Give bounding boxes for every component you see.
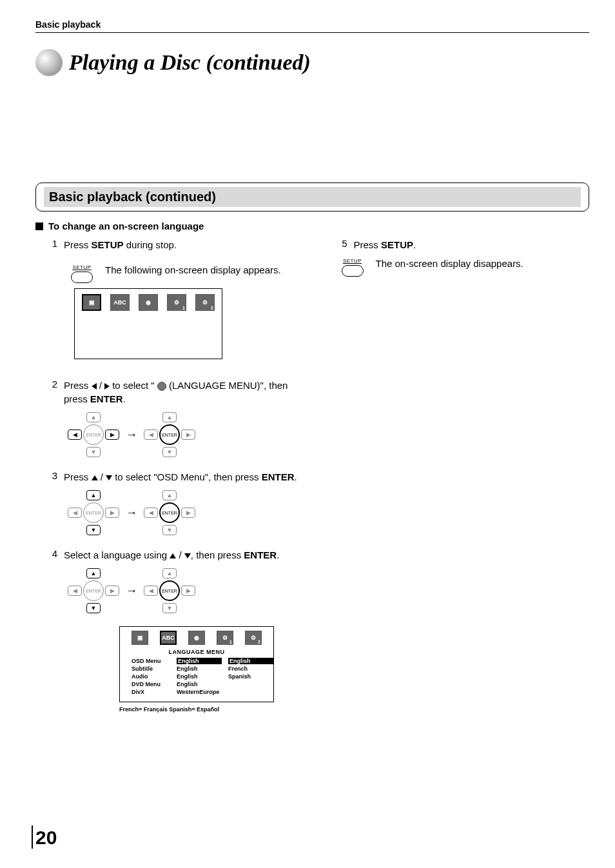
- dpad-graphic-step4: ▲ ▼ ◀ ▶ ENTER → ▲ ▼ ◀ ▶ ENTER: [68, 568, 300, 613]
- text: Press: [64, 471, 92, 482]
- step-number: 1: [48, 238, 57, 258]
- menu-custom2-icon: ⚙2: [195, 294, 215, 311]
- left-arrow-icon: [92, 383, 97, 390]
- section-subheading: To change an on-screen language: [48, 221, 204, 232]
- step-number: 4: [48, 548, 57, 562]
- text: /: [97, 380, 105, 391]
- right-column: 5 Press SETUP. SETUP The on-screen displ…: [326, 238, 590, 713]
- title-bullet-icon: [35, 49, 63, 76]
- step-number: 5: [338, 238, 347, 252]
- lang-row-value: English: [177, 673, 222, 680]
- dpad-up-icon: ▲: [86, 568, 101, 578]
- lang-row-option: Spanish: [228, 673, 273, 680]
- text: to select "OSD Menu", then press: [112, 471, 262, 482]
- step-4-text: Select a language using / , then press E…: [64, 548, 300, 562]
- step-number: 3: [48, 470, 57, 484]
- section-heading-wrap: Basic playback (continued): [35, 182, 589, 212]
- text: , then press: [191, 549, 244, 560]
- dpad-graphic-step2: ▲ ▼ ◀ ▶ ENTER → ▲ ▼ ◀ ▶ ENTER: [68, 412, 300, 457]
- dpad-enter-icon: ENTER: [159, 580, 180, 601]
- dpad-down-icon: ▼: [162, 603, 177, 613]
- lang-row-label: DivX: [132, 689, 170, 695]
- square-bullet-icon: [35, 222, 43, 230]
- oval-button-icon: [71, 271, 93, 283]
- lang-row-value: English: [177, 658, 222, 664]
- dpad-down-icon: ▼: [162, 447, 177, 457]
- sequence-arrow-icon: →: [126, 584, 137, 598]
- text: to select ": [110, 380, 157, 391]
- dpad-right-icon: ▶: [181, 586, 195, 596]
- dpad-right-icon: ▶: [181, 429, 195, 440]
- step-5-result-text: The on-screen display disappears.: [376, 258, 590, 269]
- lang-row-label: DVD Menu: [132, 681, 170, 687]
- menu-tv-icon: ▣: [82, 294, 101, 311]
- dpad-down-icon: ▼: [162, 525, 177, 535]
- dpad-up-icon: ▲: [86, 490, 101, 500]
- menu-language-icon: ABC: [160, 631, 177, 645]
- dpad-left-icon: ◀: [68, 508, 82, 518]
- language-menu-rows: OSD Menu English English Subtitle Englis…: [132, 658, 268, 695]
- down-arrow-icon: [184, 553, 191, 558]
- page-number: 20: [35, 827, 57, 849]
- text: .: [294, 471, 297, 482]
- lang-row-value: WesternEurope: [177, 689, 273, 695]
- dpad-up-icon: ▲: [162, 412, 177, 422]
- language-menu-preview: ▣ ABC ◉ ⚙1 ⚙2 LANGUAGE MENU OSD Menu Eng…: [119, 626, 274, 702]
- step-5-text: Press SETUP.: [354, 238, 590, 252]
- text: during stop.: [124, 239, 177, 250]
- lang-row-value: English: [177, 681, 222, 687]
- lang-row-label: Audio: [132, 673, 170, 680]
- text: Press: [64, 239, 92, 250]
- dpad-left-icon: ◀: [144, 586, 158, 596]
- menu-tv-icon: ▣: [132, 631, 148, 645]
- page-title: Playing a Disc (continued): [69, 50, 311, 75]
- dpad-right-icon: ▶: [105, 429, 119, 440]
- lang-row-label: Subtitle: [132, 666, 170, 672]
- section-heading: Basic playback (continued): [44, 187, 581, 207]
- text: Press: [354, 239, 382, 250]
- language-footnote: French= Français Spanish= Español: [119, 706, 300, 713]
- breadcrumb: Basic playback: [35, 19, 589, 30]
- setup-button-graphic: SETUP: [68, 264, 96, 283]
- up-arrow-icon: [170, 553, 176, 558]
- dpad-down-icon: ▼: [86, 447, 101, 457]
- sequence-arrow-icon: →: [126, 506, 137, 520]
- dpad-right-icon: ▶: [105, 586, 119, 596]
- text: Press: [64, 380, 92, 391]
- dpad-down-icon: ▼: [86, 525, 101, 535]
- dpad-enter-icon: ENTER: [159, 502, 180, 523]
- dpad-down-icon: ▼: [86, 603, 101, 613]
- step-number: 2: [48, 379, 57, 406]
- down-arrow-icon: [106, 475, 112, 480]
- lang-row-option: English: [228, 658, 273, 664]
- sequence-arrow-icon: →: [126, 428, 137, 442]
- step-2-text: Press / to select " (LANGUAGE MENU)", th…: [64, 379, 300, 406]
- step-1-result-text: The following on-screen display appears.: [105, 264, 300, 275]
- up-arrow-icon: [92, 475, 98, 480]
- header-rule: [35, 32, 589, 33]
- text: /: [176, 549, 184, 560]
- keyword-enter: ENTER: [244, 549, 277, 560]
- dpad-enter-icon: ENTER: [83, 502, 104, 523]
- menu-custom1-icon: ⚙1: [167, 294, 186, 311]
- lang-row-label: OSD Menu: [132, 658, 170, 664]
- dpad-enter-icon: ENTER: [159, 424, 180, 445]
- text: .: [123, 393, 126, 404]
- language-menu-title: LANGUAGE MENU: [125, 649, 268, 655]
- dpad-right-icon: ▶: [181, 508, 195, 518]
- dpad-left-icon: ◀: [68, 586, 82, 596]
- lang-row-option: French: [228, 666, 273, 672]
- dpad-left-icon: ◀: [144, 508, 158, 518]
- menu-disc-icon: ◉: [139, 294, 158, 311]
- menu-language-icon: ABC: [110, 294, 130, 311]
- dpad-up-icon: ▲: [86, 412, 101, 422]
- dpad-left-icon: ◀: [68, 429, 82, 440]
- setup-button-graphic: SETUP: [338, 258, 367, 277]
- page-number-bar: [32, 825, 33, 849]
- text: .: [413, 239, 416, 250]
- menu-custom1-icon: ⚙1: [217, 631, 233, 645]
- osd-preview-box: ▣ ABC ◉ ⚙1 ⚙2: [74, 288, 222, 359]
- dpad-up-icon: ▲: [162, 490, 177, 500]
- keyword-setup: SETUP: [381, 239, 413, 250]
- setup-button-label: SETUP: [68, 264, 96, 270]
